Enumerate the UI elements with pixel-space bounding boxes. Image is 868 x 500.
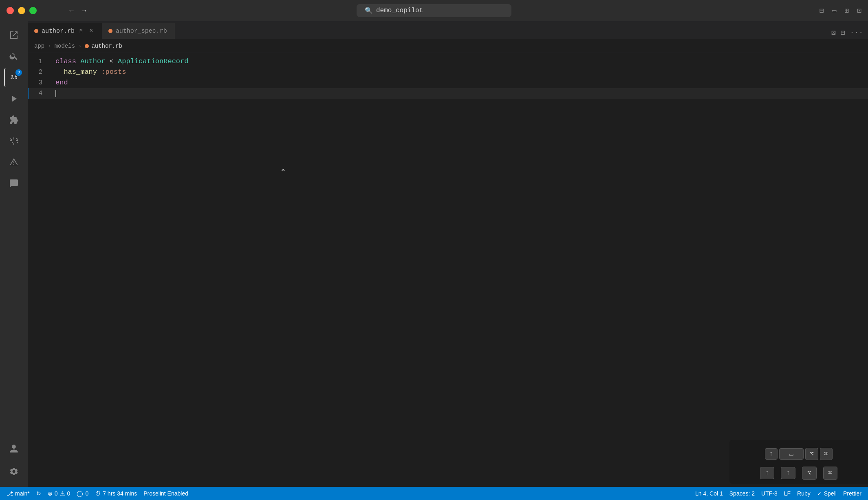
line-content-4 [52,88,868,99]
file-dot-icon [85,44,89,48]
encoding-text: UTF-8 [761,490,778,497]
code-editor[interactable]: 1 class Author < ApplicationRecord 2 has… [28,53,868,487]
close-button[interactable] [7,7,14,14]
minimize-button[interactable] [18,7,25,14]
tab-bar: author.rb M × author_spec.rb ⊠ ⊟ ··· [28,21,868,39]
panel-cmd-button[interactable]: ⌘ [823,467,838,480]
more-actions-icon[interactable]: ··· [850,29,863,37]
status-encoding[interactable]: UTF-8 [758,490,781,497]
status-spell[interactable]: ✓ Spell [814,490,840,497]
main-layout: author.rb M × author_spec.rb ⊠ ⊟ ··· app… [0,21,868,487]
code-line-2: 2 has_many :posts [28,67,868,77]
status-remote-errors[interactable]: ◯ 0 [73,487,92,500]
command-palette[interactable]: 🔍 demo_copilot [357,4,511,17]
line-number-3: 3 [28,77,52,88]
source-control-view-icon[interactable]: ⊠ [831,28,836,37]
toggle-panel-icon[interactable]: ▭ [832,6,836,15]
status-proselint[interactable]: Proselint Enabled [140,487,192,500]
tab-author-rb[interactable]: author.rb M × [28,23,102,39]
proselint-label: Proselint Enabled [143,490,188,497]
status-line-ending[interactable]: LF [781,490,794,497]
status-branch[interactable]: ⎇ main* [3,487,33,500]
spell-text: Spell [824,490,837,497]
sidebar-item-source-control[interactable] [4,68,24,87]
warning-count: 0 [67,490,70,497]
remote-error-count: 0 [85,490,88,497]
panel-up2-button[interactable]: ↑ [781,467,795,479]
line-number-2: 2 [28,67,52,77]
line-ending-text: LF [784,490,791,497]
remote-icon: ◯ [77,490,83,497]
breadcrumb-sep-2: › [78,43,82,49]
line-number-1: 1 [28,56,52,67]
panel-alt-button[interactable]: ⌥ [802,467,817,480]
status-prettier[interactable]: Prettier [840,490,865,497]
branch-name: main* [15,490,30,497]
sidebar-item-explorer[interactable] [4,25,24,45]
customize-layout-icon[interactable]: ⊡ [857,6,861,15]
tab-author-spec-rb[interactable]: author_spec.rb [102,23,175,39]
breadcrumb: app › models › author.rb [28,39,868,53]
status-right: Ln 4, Col 1 Spaces: 2 UTF-8 LF Ruby ✓ Sp… [692,490,865,497]
tab-file-icon [108,29,112,33]
line-content-1: class Author < ApplicationRecord [52,56,868,67]
activity-bar [0,21,28,487]
spaces-text: Spaces: 2 [729,490,755,497]
titlebar: ← → 🔍 demo_copilot ⊟ ▭ ⊞ ⊡ [0,0,868,21]
code-line-1: 1 class Author < ApplicationRecord [28,56,868,67]
tab-bar-right: ⊠ ⊟ ··· [831,28,868,39]
panel-up-button[interactable]: ↑ [760,467,775,479]
sidebar-item-docker[interactable] [4,131,24,151]
sidebar-item-account[interactable] [4,439,24,458]
sidebar-item-extensions[interactable] [4,110,24,130]
activity-bar-bottom [4,439,24,483]
status-spaces[interactable]: Spaces: 2 [726,490,758,497]
cursor-pos-text: Ln 4, Col 1 [695,490,723,497]
tab-label: author.rb [42,28,75,35]
kbd-alt: ⌥ [805,448,818,460]
sidebar-item-prism[interactable] [4,153,24,172]
toggle-sidebar-icon[interactable]: ⊞ [844,6,849,15]
kbd-cmd: ⌘ [820,448,833,460]
status-time[interactable]: ⏱ 7 hrs 34 mins [92,487,140,500]
floating-panel: ↑ ⎵ ⌥ ⌘ ↑ ↑ ⌥ ⌘ [729,440,868,484]
branch-icon: ⎇ [7,490,13,497]
kbd-space: ⎵ [779,448,804,460]
sidebar-item-settings[interactable] [4,462,24,481]
warning-icon: ⚠ [60,490,65,497]
sidebar-item-run-debug[interactable] [4,89,24,108]
sidebar-item-search[interactable] [4,46,24,66]
split-right-icon[interactable]: ⊟ [841,28,845,37]
titlebar-center: 🔍 demo_copilot [357,4,511,17]
maximize-button[interactable] [29,7,37,14]
code-line-4: 4 [28,88,868,99]
breadcrumb-current-file: author.rb [85,43,122,49]
panel-keyboard-shortcut: ↑ ⎵ ⌥ ⌘ [765,448,833,460]
time-icon: ⏱ [95,490,101,497]
nav-forward-button[interactable]: → [82,7,86,15]
prettier-text: Prettier [843,490,861,497]
language-text: Ruby [797,490,811,497]
editor-area: author.rb M × author_spec.rb ⊠ ⊟ ··· app… [28,21,868,487]
status-language[interactable]: Ruby [794,490,814,497]
kbd-up-arrow-1: ↑ [765,448,778,460]
line-content-2: has_many :posts [52,67,868,77]
spell-icon: ✓ [817,490,822,497]
status-sync[interactable]: ↻ [33,487,44,500]
line-content-3: end [52,77,868,88]
status-errors[interactable]: ⊗ 0 ⚠ 0 [44,487,74,500]
search-icon: 🔍 [365,7,373,15]
tab-label: author_spec.rb [116,28,167,35]
split-editor-icon[interactable]: ⊟ [820,6,824,15]
nav-back-button[interactable]: ← [69,7,74,15]
status-cursor-pos[interactable]: Ln 4, Col 1 [692,490,726,497]
error-count: 0 [55,490,58,497]
search-text: demo_copilot [376,7,423,14]
titlebar-nav: ← → [69,7,86,15]
tab-close-button[interactable]: × [88,27,95,35]
breadcrumb-sep-1: › [48,43,51,49]
breadcrumb-models[interactable]: models [55,43,75,49]
sidebar-item-chat[interactable] [4,174,24,193]
breadcrumb-app[interactable]: app [34,43,44,49]
time-value: 7 hrs 34 mins [103,490,137,497]
